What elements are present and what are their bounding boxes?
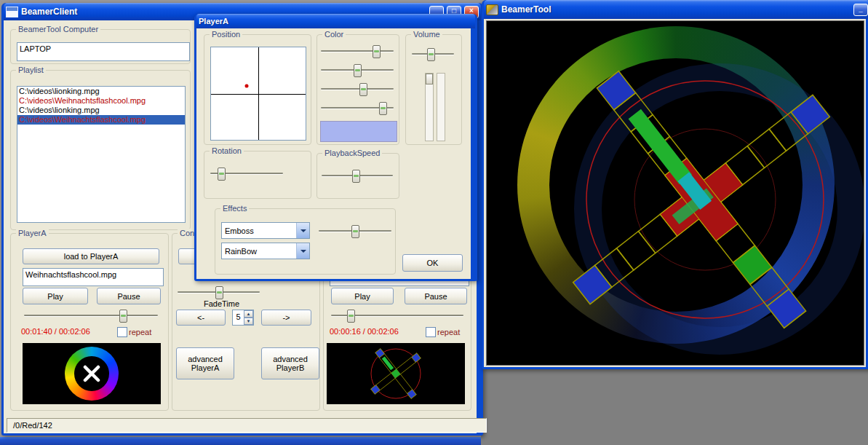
mini-cross-render: [327, 343, 465, 404]
beamertool-titlebar[interactable]: BeamerTool _: [484, 0, 868, 19]
computer-group: BeamerTool Computer LAPTOP: [10, 29, 191, 64]
playerb-time-text: 00:00:16 / 00:02:06: [330, 327, 399, 336]
fadetime-label: FadeTime: [180, 299, 263, 308]
playera-play-button[interactable]: Play: [23, 288, 88, 304]
color-slider-1[interactable]: [321, 45, 394, 57]
beamertool-app-icon: [486, 4, 498, 15]
fade-left-button[interactable]: <-: [176, 310, 226, 326]
mode-combobox[interactable]: RainBow: [221, 243, 310, 259]
beamerclient-app-icon: [6, 7, 18, 17]
volume-slider[interactable]: [412, 48, 454, 60]
playera-group-label: PlayerA: [16, 229, 49, 238]
playera-file-field[interactable]: Weihnachtsflashcool.mpg: [23, 268, 164, 286]
playera-video-preview: [23, 343, 161, 404]
advanced-playerb-button[interactable]: advanced PlayerB: [261, 347, 319, 379]
playera-pause-button[interactable]: Pause: [97, 288, 161, 304]
beamertool-title: BeamerTool: [501, 4, 851, 15]
slider-thumb[interactable]: [352, 170, 360, 183]
mode-combobox-value: RainBow: [222, 247, 296, 256]
load-to-playera-button[interactable]: load to PlayerA: [23, 248, 159, 264]
beamertool-window: BeamerTool _: [482, 0, 868, 369]
playera-repeat-checkbox[interactable]: [117, 327, 127, 337]
list-item[interactable]: C:\videos\Weihnachtsflashcool.mpg: [17, 96, 185, 106]
effects-group: Effects Emboss RainBow: [215, 208, 396, 275]
color-group-label: Color: [322, 30, 346, 39]
slider-thumb[interactable]: [218, 168, 226, 181]
playlist-group: Playlist C:\videos\lionking.mpg C:\video…: [10, 70, 191, 230]
playera-time-text: 00:01:40 / 00:02:06: [21, 327, 90, 336]
slider-thumb[interactable]: [359, 83, 367, 96]
taskbar[interactable]: [0, 437, 481, 445]
status-text: /0/Red/142: [13, 421, 52, 430]
spin-up-icon[interactable]: ▲: [244, 310, 253, 318]
slider-thumb[interactable]: [215, 286, 223, 299]
slider-thumb[interactable]: [347, 310, 355, 323]
playerb-play-button[interactable]: Play: [331, 288, 394, 304]
playerb-seek-slider[interactable]: [331, 310, 463, 321]
playera-seek-slider[interactable]: [24, 310, 158, 321]
beamertool-client: [484, 19, 866, 367]
slider-thumb[interactable]: [351, 225, 359, 238]
playerb-pause-button[interactable]: Pause: [405, 288, 467, 304]
slider-track: [321, 88, 394, 90]
playbackspeed-slider[interactable]: [322, 170, 393, 181]
secondary-desktop: [481, 369, 868, 445]
effect-combobox[interactable]: Emboss: [221, 222, 310, 239]
rotation-group-label: Rotation: [210, 146, 244, 156]
fadetime-updown[interactable]: 5 ▲ ▼: [232, 310, 254, 326]
list-item[interactable]: C:\videos\lionking.mpg: [17, 106, 185, 115]
slider-track: [24, 315, 158, 316]
volume-scrollbar-right[interactable]: [437, 73, 445, 141]
color-group: Color: [316, 34, 399, 145]
desktop: BeamerClient _ □ × BeamerTool Computer L…: [0, 0, 868, 445]
position-dot[interactable]: [245, 84, 249, 88]
advanced-playera-button[interactable]: advanced PlayerA: [176, 347, 234, 379]
playera-repeat-label: repeat: [129, 328, 151, 336]
computer-name-field[interactable]: LAPTOP: [17, 42, 190, 61]
effect-strength-slider[interactable]: [319, 225, 391, 237]
computer-group-label: BeamerTool Computer: [16, 25, 100, 34]
cross-render: [487, 21, 862, 361]
volume-group: Volume: [405, 34, 462, 145]
spin-down-icon[interactable]: ▼: [244, 318, 253, 325]
volume-group-label: Volume: [411, 30, 442, 39]
chevron-down-icon[interactable]: [296, 223, 309, 238]
scrollbar-thumb[interactable]: [426, 74, 433, 84]
volume-scrollbar-left[interactable]: [425, 73, 434, 141]
crossfade-slider[interactable]: [178, 286, 260, 298]
fade-right-button[interactable]: ->: [261, 310, 311, 326]
position-group-label: Position: [210, 30, 242, 39]
playera-dialog-title: PlayerA: [199, 17, 473, 25]
playerb-repeat-checkbox[interactable]: [426, 327, 436, 337]
ok-button[interactable]: OK: [402, 254, 463, 272]
color-slider-3[interactable]: [321, 83, 394, 95]
list-item[interactable]: C:\videos\lionking.mpg: [17, 87, 185, 96]
minimize-icon[interactable]: _: [853, 4, 868, 16]
slider-thumb[interactable]: [354, 64, 362, 77]
playerb-video-preview: [327, 343, 465, 404]
spinner: ▲ ▼: [244, 310, 253, 325]
slider-track: [321, 50, 394, 52]
fadetime-value[interactable]: 5: [233, 310, 244, 325]
status-bar: /0/Red/142: [7, 418, 487, 433]
position-pad[interactable]: [210, 47, 306, 141]
white-x-mark: [23, 343, 161, 404]
effects-group-label: Effects: [220, 204, 249, 213]
slider-thumb[interactable]: [427, 48, 435, 61]
list-item-selected[interactable]: C:\videos\Weihnachtsflashcool.mpg: [17, 115, 185, 125]
chevron-down-icon[interactable]: [296, 243, 309, 259]
slider-thumb[interactable]: [119, 310, 127, 323]
slider-thumb[interactable]: [379, 102, 387, 115]
position-group: Position: [204, 34, 311, 145]
playera-dialog-titlebar[interactable]: PlayerA: [196, 14, 475, 28]
rotation-slider[interactable]: [210, 168, 283, 179]
color-slider-2[interactable]: [321, 64, 394, 76]
color-slider-4[interactable]: [321, 102, 394, 114]
playera-dialog-client: Position Color: [196, 28, 471, 279]
playbackspeed-group: PlaybackSpeed: [316, 153, 399, 199]
playera-group: PlayerA load to PlayerA Weihnachtsflashc…: [10, 233, 169, 411]
slider-thumb[interactable]: [373, 45, 381, 58]
playlist-listbox[interactable]: C:\videos\lionking.mpg C:\videos\Weihnac…: [17, 86, 186, 223]
effect-combobox-value: Emboss: [222, 227, 296, 235]
color-preview-swatch: [320, 121, 397, 142]
